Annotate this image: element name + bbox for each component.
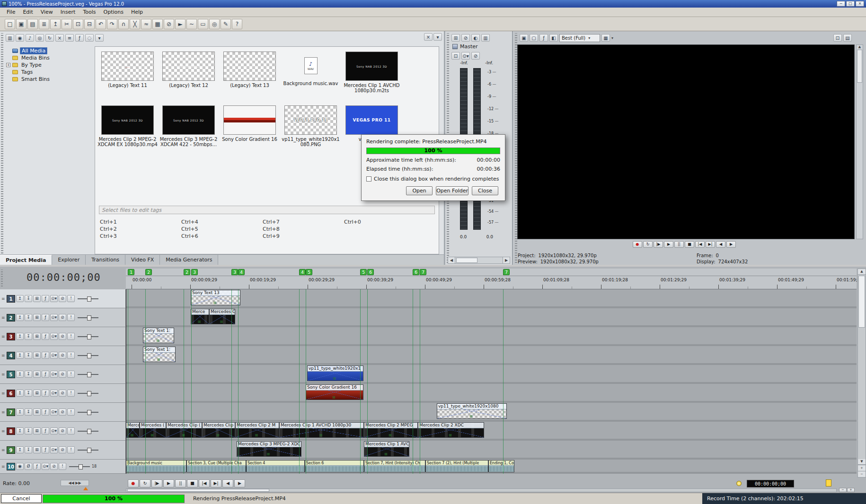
track-header-4[interactable]: ≡4↥↧⊞ƒ⊙▾⊘! [0, 346, 126, 365]
whats-this-help-icon[interactable]: ? [232, 19, 242, 29]
mixer-scrollbar[interactable]: ◀ ▶ [448, 257, 510, 264]
track-automation-settings-button[interactable]: ⊙▾ [42, 463, 49, 470]
dock-grip[interactable] [1, 33, 3, 263]
tree-item-media-bins[interactable]: Media Bins [12, 54, 88, 61]
time-ruler[interactable]: 00:00:0000:00:09;2900:00:19;2900:00:29;2… [126, 276, 857, 289]
track-track-motion-button[interactable]: ⊞ [33, 390, 41, 397]
media-item[interactable]: Sony NAB 2012 3DMercedes Clip 2 MPEG-2 X… [97, 103, 158, 156]
track-grip-icon[interactable]: ≡ [1, 296, 6, 301]
track-header-5[interactable]: ≡5↥↧⊞ƒ⊙▾⊘! [0, 365, 126, 384]
media-item[interactable]: Sony NAB 2012 3DMercedes Clip 1 AVCHD 10… [341, 49, 402, 103]
track-level-slider[interactable] [69, 464, 90, 469]
loop-playback-button[interactable]: ↻ [140, 479, 150, 487]
cut-icon[interactable]: ✂ [62, 19, 72, 29]
next-frame-button[interactable]: ▶ [726, 241, 736, 248]
play-button[interactable]: ▶ [664, 241, 673, 248]
project-video-properties-icon[interactable]: ▣ [520, 34, 528, 42]
marker-flag[interactable]: 6 [367, 269, 374, 275]
notification-icon[interactable] [826, 479, 831, 487]
track-lane-10[interactable]: Background musicSection 3, Cue (Multiple… [126, 460, 857, 474]
timeline-event[interactable]: Ending 1, Co [488, 460, 514, 472]
pin-icon[interactable]: ▾ [433, 33, 442, 41]
play-from-start-button[interactable]: |▶ [654, 241, 663, 248]
track-track-motion-button[interactable]: ⊞ [33, 371, 41, 378]
track-level-slider[interactable] [78, 296, 98, 301]
track-composite-down-button[interactable]: ↧ [25, 314, 32, 321]
track-track-fx-button[interactable]: ƒ [42, 408, 49, 416]
zoom-out-icon[interactable]: − [839, 488, 847, 492]
scroll-thumb[interactable] [858, 276, 865, 328]
refresh-media-icon[interactable]: ↻ [45, 34, 54, 42]
track-mute-button[interactable]: ⊘ [59, 352, 66, 359]
go-to-end-button[interactable]: ▶| [211, 479, 221, 487]
track-grip-icon[interactable]: ≡ [1, 334, 6, 339]
track-automation-settings-button[interactable]: ⊙▾ [50, 446, 58, 453]
track-automation-settings-button[interactable]: ⊙▾ [50, 333, 58, 340]
meter-options-icon[interactable]: ▥ [481, 34, 490, 42]
track-number[interactable]: 7 [7, 408, 15, 416]
track-solo-button[interactable]: ! [67, 408, 75, 416]
close-dialog-checkbox[interactable] [366, 176, 371, 182]
go-to-start-button[interactable]: |◀ [695, 241, 705, 248]
track-number[interactable]: 5 [7, 371, 15, 378]
track-composite-up-button[interactable]: ↥ [16, 390, 24, 397]
chevron-down-icon[interactable]: ▾ [611, 36, 613, 40]
track-header-3[interactable]: ≡3↥↧⊞ƒ⊙▾⊘! [0, 327, 126, 346]
track-mute-button[interactable]: ⊘ [50, 463, 58, 470]
timeline-event[interactable]: Merce [191, 309, 209, 324]
copy-icon[interactable]: ⊡ [73, 19, 83, 29]
timeline-event[interactable]: Section 7, Hint (Intensity) Ch [364, 460, 425, 472]
media-item[interactable]: ....(Legacy) Text 11 [97, 49, 158, 103]
marker-flag[interactable]: 6 [413, 269, 419, 275]
tab-project-media[interactable]: Project Media [0, 255, 52, 265]
play-button[interactable]: ▶ [163, 479, 174, 487]
track-solo-button[interactable]: ! [67, 390, 75, 397]
track-composite-up-button[interactable]: ↥ [16, 371, 24, 378]
track-mute-button[interactable]: ⊘ [59, 408, 66, 416]
pause-button[interactable]: || [175, 479, 186, 487]
track-number[interactable]: 6 [7, 390, 15, 397]
track-level-slider[interactable] [78, 372, 98, 377]
previous-frame-button[interactable]: ◀ [222, 479, 233, 487]
track-track-motion-button[interactable]: ⊞ [33, 295, 41, 302]
timeline-event[interactable]: Sony Text 13 [191, 290, 240, 305]
external-monitor-icon[interactable]: ▢ [530, 34, 538, 42]
track-composite-down-button[interactable]: ↧ [25, 333, 32, 340]
marker-flag[interactable]: 3 [231, 269, 238, 275]
cancel-button[interactable]: Cancel [1, 494, 42, 503]
track-composite-down-button[interactable]: ↧ [25, 371, 32, 378]
track-solo-button[interactable]: ! [59, 463, 66, 470]
scroll-thumb[interactable] [127, 489, 269, 492]
track-track-fx-button[interactable]: ƒ [42, 352, 49, 359]
track-track-fx-button[interactable]: ƒ [42, 446, 49, 453]
media-item[interactable]: PERFORMANCE(Legacy) Text 12 [158, 49, 219, 103]
timeline-event[interactable]: Mercedes Cl [209, 309, 235, 324]
track-composite-up-button[interactable]: ↥ [16, 446, 24, 453]
track-grip-icon[interactable]: ≡ [1, 372, 6, 377]
track-header-7[interactable]: ≡7↥↧⊞ƒ⊙▾⊘! [0, 403, 126, 422]
timeline-event[interactable]: Section 7 (2), Hint (Multiple [425, 460, 488, 472]
track-solo-button[interactable]: ! [67, 427, 75, 434]
close-icon[interactable]: × [424, 33, 433, 41]
play-from-start-button[interactable]: |▶ [151, 479, 162, 487]
track-composite-down-button[interactable]: ↧ [25, 427, 32, 434]
track-header-1[interactable]: ≡1↥↧⊞ƒ⊙▾⊘! [0, 289, 126, 308]
timeline-event[interactable]: Sony Text 1: [143, 347, 176, 362]
current-time-display[interactable]: 00:00:00;00 [27, 271, 101, 283]
media-item[interactable]: VEGAS PRO 11vp11_type_white1920x1 080.PN… [280, 103, 341, 156]
mute-output-icon[interactable]: ⊘ [461, 34, 470, 42]
timeline-event[interactable]: Section 4 [246, 460, 305, 472]
track-lane-1[interactable]: Sony Text 13 [126, 289, 857, 308]
publish-project-icon[interactable]: ↥ [50, 19, 61, 29]
remove-unused-media-icon[interactable]: × [55, 34, 64, 42]
track-lane-8[interactable]: MerceMercedes (Mercedes Clip (Mercedes C… [126, 422, 857, 441]
track-track-motion-button[interactable]: ⊞ [33, 333, 41, 340]
track-zoom-in-icon[interactable]: + [858, 465, 866, 471]
insert-bus-icon[interactable]: ⊞ [451, 34, 460, 42]
track-grip-icon[interactable]: ≡ [1, 315, 6, 320]
track-automation-settings-button[interactable]: ⊙▾ [50, 427, 58, 434]
redo-icon[interactable]: ↷ [107, 19, 117, 29]
timeline-vertical-scrollbar[interactable]: ▲ ▼ + − [857, 269, 866, 478]
open-folder-button[interactable]: Open Folder [436, 186, 468, 195]
shuttle-control[interactable]: ◀◀ ▶▶ [61, 480, 89, 486]
